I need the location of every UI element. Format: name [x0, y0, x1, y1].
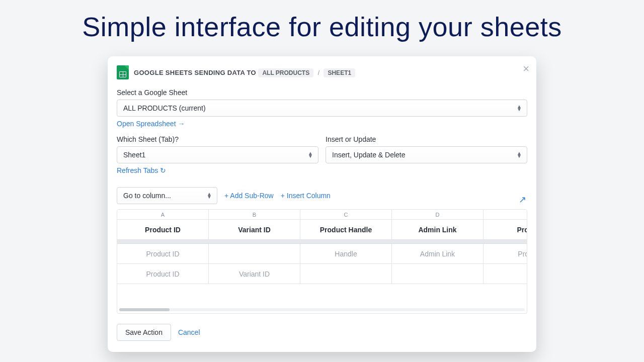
grid-cell[interactable]: Variant ID	[209, 264, 300, 284]
goto-column-select[interactable]: Go to column...	[117, 187, 217, 204]
sheet-select-label: Select a Google Sheet	[117, 88, 527, 97]
expand-icon[interactable]: ↗	[519, 194, 526, 205]
col-letter: E	[484, 210, 527, 220]
sheet-select[interactable]: ALL PRODUCTS (current)	[117, 100, 527, 117]
open-spreadsheet-link[interactable]: Open Spreadsheet →	[117, 120, 185, 128]
header-text: GOOGLE SHEETS SENDING DATA TO ALL PRODUC…	[134, 68, 355, 77]
grid-cell[interactable]: Product ID	[117, 264, 209, 284]
grid-cell[interactable]	[209, 244, 300, 264]
cancel-button[interactable]: Cancel	[178, 328, 200, 336]
grid-cell[interactable]	[300, 264, 392, 284]
close-icon[interactable]: ×	[523, 62, 529, 75]
breadcrumb-sheet: SHEET1	[324, 68, 355, 77]
col-letter: B	[209, 210, 300, 220]
col-header[interactable]: Produc	[484, 220, 527, 240]
col-header[interactable]: Admin Link	[392, 220, 484, 240]
modal-header: GOOGLE SHEETS SENDING DATA TO ALL PRODUC…	[117, 65, 527, 79]
col-header[interactable]: Product ID	[117, 220, 209, 240]
breadcrumb-spreadsheet: ALL PRODUCTS	[258, 68, 313, 77]
modal: × GOOGLE SHEETS SENDING DATA TO ALL PROD…	[108, 56, 536, 352]
col-header[interactable]: Variant ID	[209, 220, 300, 240]
grid-cell[interactable]	[484, 264, 527, 284]
col-letter: A	[117, 210, 209, 220]
tab-select-label: Which Sheet (Tab)?	[117, 135, 318, 143]
save-action-button[interactable]: Save Action	[117, 324, 171, 341]
tab-select[interactable]: Sheet1	[117, 146, 318, 163]
grid-cell[interactable]: Admin Link	[392, 244, 484, 264]
col-letter: D	[392, 210, 484, 220]
mode-select-label: Insert or Update	[326, 135, 527, 143]
col-header[interactable]: Product Handle	[300, 220, 392, 240]
grid-cell[interactable]: Produc	[484, 244, 527, 264]
column-grid: A B C D E Product ID Variant ID Product …	[117, 209, 527, 314]
refresh-tabs-link[interactable]: Refresh Tabs ↻	[117, 166, 166, 174]
page-title: Simple interface for editing your sheets	[0, 11, 644, 42]
mode-select[interactable]: Insert, Update & Delete	[326, 146, 527, 163]
add-subrow-button[interactable]: + Add Sub-Row	[224, 192, 274, 200]
grid-cell[interactable]: Handle	[300, 244, 392, 264]
insert-column-button[interactable]: + Insert Column	[281, 192, 331, 200]
google-sheets-icon	[117, 65, 129, 79]
col-letter: C	[300, 210, 392, 220]
grid-cell[interactable]: Product ID	[117, 244, 209, 264]
grid-cell[interactable]	[392, 264, 484, 284]
horizontal-scrollbar[interactable]	[119, 308, 525, 311]
